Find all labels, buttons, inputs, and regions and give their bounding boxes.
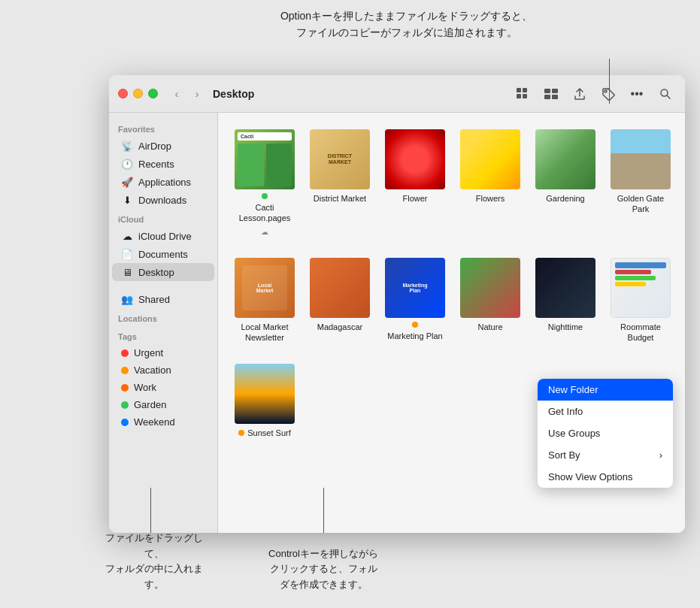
traffic-lights	[118, 89, 158, 98]
svg-rect-7	[552, 95, 558, 99]
finder-window: ‹ › Desktop	[109, 75, 685, 533]
share-icon[interactable]	[569, 83, 590, 104]
maximize-button[interactable]	[148, 89, 158, 98]
context-menu-item-new-folder[interactable]: New Folder	[538, 379, 673, 401]
file-item-flower[interactable]: Flower	[380, 125, 450, 241]
context-menu-label-sort-by: Sort By	[548, 449, 580, 461]
context-menu-item-show-view-options[interactable]: Show View Options	[538, 466, 673, 488]
sidebar-tag-work[interactable]: Work	[112, 379, 214, 396]
file-item-nature[interactable]: Nature	[456, 253, 525, 348]
tag-dot-vacation	[121, 367, 129, 374]
file-item-cacti[interactable]: Cacti Cacti Lesson.pages☁	[230, 125, 299, 241]
sidebar-label-recents: Recents	[138, 159, 174, 170]
sidebar-item-downloads[interactable]: ⬇ Downloads	[112, 191, 214, 209]
svg-rect-0	[517, 88, 521, 92]
file-dot-sunset-surf	[238, 430, 244, 436]
context-menu-label-get-info: Get Info	[548, 406, 583, 417]
view-icon-gallery[interactable]	[541, 83, 562, 104]
sidebar-label-downloads: Downloads	[138, 195, 186, 206]
file-item-golden-gate-park[interactable]: Golden Gate Park	[606, 125, 675, 241]
file-item-roommate-budget[interactable]: Roommate Budget	[606, 253, 675, 348]
sidebar-item-shared-item[interactable]: 👥 Shared	[112, 290, 214, 308]
context-menu-item-sort-by[interactable]: Sort By›	[538, 444, 673, 466]
file-item-flowers[interactable]: Flowers	[456, 125, 525, 241]
annotation-line-top	[609, 59, 610, 104]
context-menu-label-show-view-options: Show View Options	[548, 471, 633, 482]
svg-rect-3	[523, 94, 527, 98]
tag-icon[interactable]	[598, 83, 619, 104]
sidebar: Favorites 📡 AirDrop 🕐 Recents 🚀 Applicat…	[109, 113, 218, 533]
annotation-line-bottom-left	[150, 488, 151, 533]
sidebar-tag-urgent[interactable]: Urgent	[112, 344, 214, 361]
file-item-sunset-surf[interactable]: Sunset Surf	[230, 359, 299, 443]
close-button[interactable]	[118, 89, 128, 98]
shared-item-icon: 👥	[121, 293, 133, 305]
file-thumbnail-marketing-plan: MarketingPlan	[385, 258, 445, 318]
file-item-district-market[interactable]: DISTRICTMARKET District Market	[305, 125, 374, 241]
file-dot-marketing-plan	[412, 322, 418, 328]
back-button[interactable]: ‹	[168, 86, 185, 102]
file-thumbnail-sunset-surf	[235, 364, 295, 424]
file-thumbnail-gardening	[535, 129, 595, 189]
documents-icon: 📄	[121, 248, 133, 260]
context-menu: New FolderGet InfoUse GroupsSort By›Show…	[538, 379, 673, 488]
sidebar-tag-weekend[interactable]: Weekend	[112, 413, 214, 431]
view-icon-grid[interactable]	[512, 83, 533, 104]
svg-line-9	[667, 95, 670, 98]
file-item-marketing-plan[interactable]: MarketingPlan Marketing Plan	[380, 253, 450, 348]
main-area: Favorites 📡 AirDrop 🕐 Recents 🚀 Applicat…	[109, 113, 685, 533]
sidebar-item-documents[interactable]: 📄 Documents	[112, 245, 214, 263]
file-thumbnail-roommate-budget	[611, 258, 671, 318]
context-menu-item-get-info[interactable]: Get Info	[538, 401, 673, 422]
sidebar-tag-vacation[interactable]: Vacation	[112, 361, 214, 379]
tag-dot-work	[121, 384, 129, 392]
sidebar-item-applications[interactable]: 🚀 Applications	[112, 173, 214, 191]
file-item-gardening[interactable]: Gardening	[531, 125, 600, 241]
file-thumbnail-nighttime	[535, 258, 595, 318]
annotation-bottom-center: Controlキーを押しながら クリックすると、フォル ダを作成できます。	[248, 546, 398, 593]
desktop-icon: 🖥	[121, 266, 133, 278]
sidebar-item-icloud-drive[interactable]: ☁ iCloud Drive	[112, 227, 214, 245]
svg-rect-6	[544, 95, 550, 99]
file-thumbnail-nature	[460, 258, 520, 318]
file-item-local-market[interactable]: LocalMarket Local Market Newsletter	[230, 253, 299, 348]
file-thumbnail-cacti: Cacti	[235, 129, 295, 189]
file-item-madagascar[interactable]: Madagascar	[305, 253, 374, 348]
file-thumbnail-district-market: DISTRICTMARKET	[310, 129, 370, 189]
sidebar-item-desktop[interactable]: 🖥 Desktop	[112, 263, 214, 281]
sidebar-label-applications: Applications	[138, 177, 191, 188]
file-label-golden-gate-park: Golden Gate Park	[611, 193, 671, 215]
more-icon[interactable]: •••	[626, 83, 647, 104]
sidebar-item-airdrop[interactable]: 📡 AirDrop	[112, 137, 214, 155]
locations-label: Locations	[109, 308, 217, 326]
file-label-sunset-surf: Sunset Surf	[238, 428, 290, 438]
context-menu-items: New FolderGet InfoUse GroupsSort By›Show…	[538, 379, 673, 488]
context-menu-item-use-groups[interactable]: Use Groups	[538, 422, 673, 444]
favorites-label: Favorites	[109, 119, 217, 137]
forward-button[interactable]: ›	[189, 86, 205, 102]
file-label-gardening: Gardening	[546, 193, 584, 204]
content-area[interactable]: Cacti Cacti Lesson.pages☁ DISTRICTMARKET…	[218, 113, 685, 533]
path-title: Desktop	[213, 88, 254, 100]
svg-rect-2	[517, 94, 521, 98]
minimize-button[interactable]	[133, 89, 143, 98]
file-label-roommate-budget: Roommate Budget	[620, 322, 661, 343]
tag-label-garden: Garden	[134, 399, 166, 410]
sidebar-label-airdrop: AirDrop	[138, 141, 171, 152]
file-thumbnail-madagascar	[310, 258, 370, 318]
file-thumbnail-flowers	[460, 129, 520, 189]
search-icon[interactable]	[655, 83, 676, 104]
applications-icon: 🚀	[121, 176, 133, 188]
file-label-nature: Nature	[477, 322, 502, 332]
tag-label-weekend: Weekend	[134, 416, 175, 428]
file-label-cacti: Cacti Lesson.pages☁	[235, 193, 295, 237]
annotation-top: Optionキーを押したままファイルをドラッグすると、 ファイルのコピーがフォル…	[135, 8, 677, 41]
file-item-nighttime[interactable]: Nighttime	[531, 253, 600, 348]
recents-icon: 🕐	[121, 158, 133, 170]
sidebar-item-recents[interactable]: 🕐 Recents	[112, 155, 214, 173]
file-dot-cacti	[262, 193, 268, 199]
sidebar-icloud: ☁ iCloud Drive 📄 Documents 🖥 Desktop	[109, 227, 217, 281]
svg-rect-4	[544, 89, 550, 93]
file-label-nighttime: Nighttime	[548, 322, 583, 332]
sidebar-tag-garden[interactable]: Garden	[112, 396, 214, 413]
